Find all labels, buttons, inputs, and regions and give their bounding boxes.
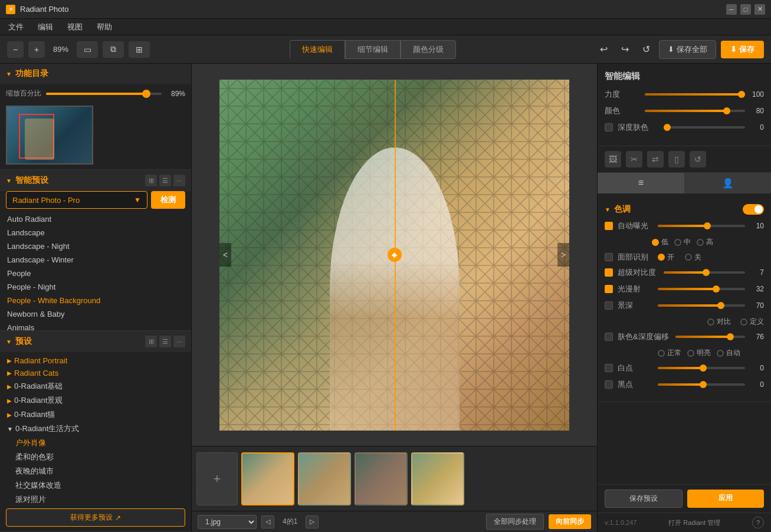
deep-skin-checkbox[interactable]: [605, 123, 613, 132]
close-btn[interactable]: ✕: [754, 4, 765, 15]
preset-item-people-night[interactable]: People - Night: [6, 280, 185, 294]
deep-skin-slider-thumb[interactable]: [664, 124, 671, 131]
face-on-option[interactable]: 开: [658, 252, 674, 262]
split-handle[interactable]: ◆: [388, 248, 402, 262]
deep-skin-slider[interactable]: [664, 126, 745, 129]
color-slider-thumb[interactable]: [723, 107, 730, 114]
skin-shift-thumb[interactable]: [727, 333, 734, 340]
canvas-nav-left[interactable]: <: [219, 243, 231, 267]
color-slider[interactable]: [645, 110, 745, 112]
maximize-btn[interactable]: □: [740, 4, 751, 15]
filmstrip-add-btn[interactable]: +: [196, 452, 238, 505]
mask-tool-btn[interactable]: ▯: [668, 151, 685, 168]
prev-page-btn[interactable]: ◁: [261, 515, 274, 528]
filmstrip-thumb-4[interactable]: [411, 452, 464, 505]
preset-item-landscape-winter[interactable]: Landscape - Winter: [6, 253, 185, 267]
presets-grid-btn[interactable]: ⊞: [145, 336, 157, 347]
radiant-manage-link[interactable]: 打开 Radiant 管理: [668, 518, 720, 527]
filmstrip-thumb-3[interactable]: [355, 452, 408, 505]
face-checkbox[interactable]: [605, 253, 613, 261]
exposure-low-option[interactable]: 低: [652, 237, 668, 247]
grid-view-btn[interactable]: ⊞: [145, 175, 157, 186]
batch-process-btn[interactable]: 全部同步处理: [486, 514, 544, 530]
tab-quick-edit[interactable]: 快速编辑: [290, 40, 345, 59]
preset-lib-cats[interactable]: ▶ 0-Radiant猫: [6, 408, 185, 422]
save-preset-btn[interactable]: 保存预设: [605, 490, 683, 508]
sync-forward-btn[interactable]: 向前同步: [549, 514, 591, 529]
preset-lib-night-city[interactable]: 夜晚的城市: [6, 464, 185, 478]
zoom-out-btn[interactable]: −: [7, 41, 24, 58]
next-page-btn[interactable]: ▷: [306, 515, 319, 528]
minimize-btn[interactable]: ─: [726, 4, 737, 15]
get-more-presets-btn[interactable]: 获得更多预设 ↗: [6, 508, 185, 527]
canvas-nav-right[interactable]: >: [557, 243, 569, 267]
force-slider[interactable]: [645, 93, 745, 96]
tab-color-grade[interactable]: 颜色分级: [401, 40, 456, 59]
preset-item-landscape-night[interactable]: Landscape - Night: [6, 239, 185, 253]
fit-btn[interactable]: ▭: [77, 41, 98, 58]
tab-detail-edit[interactable]: 细节编辑: [345, 40, 401, 59]
menu-help[interactable]: 帮助: [94, 21, 114, 34]
flip-tool-btn[interactable]: ⇄: [647, 151, 664, 168]
black-point-thumb[interactable]: [700, 381, 707, 388]
auto-exposure-slider[interactable]: [658, 225, 745, 227]
exposure-mid-option[interactable]: 中: [674, 237, 691, 247]
skin-shift-slider[interactable]: [675, 336, 745, 338]
preset-item-auto-radiant[interactable]: Auto Radiant: [6, 212, 185, 226]
save-all-button[interactable]: ⬇ 保存全部: [659, 40, 716, 59]
super-contrast-slider[interactable]: [664, 271, 745, 274]
preset-lib-landscape[interactable]: ▶ 0-Radiant景观: [6, 393, 185, 408]
rotate-tool-btn[interactable]: ↺: [690, 151, 706, 168]
preset-lib-soft-color[interactable]: 柔和的色彩: [6, 450, 185, 464]
dof-checkbox[interactable]: [605, 301, 613, 310]
light-diffusion-slider[interactable]: [658, 288, 745, 290]
exposure-high-option[interactable]: 高: [697, 237, 713, 247]
crop-tool-btn[interactable]: ✂: [626, 151, 642, 168]
list-view-btn[interactable]: ☰: [159, 175, 171, 186]
force-slider-thumb[interactable]: [738, 91, 745, 98]
split-btn[interactable]: ⊞: [129, 41, 150, 58]
normal-option[interactable]: 正常: [658, 348, 681, 358]
help-btn[interactable]: ?: [752, 517, 764, 528]
function-directory-header[interactable]: ▼ 功能目录: [0, 64, 191, 84]
presets-list-btn[interactable]: ☰: [159, 336, 171, 347]
preset-lib-lifestyle[interactable]: ▼ 0-Radiant生活方式: [6, 422, 185, 436]
auto-exposure-thumb[interactable]: [704, 222, 711, 229]
preset-dropdown[interactable]: Radiant Photo - Pro ▼: [6, 191, 147, 209]
filmstrip-thumb-2[interactable]: [298, 452, 351, 505]
apply-btn[interactable]: 应用: [687, 490, 764, 508]
zoom-slider-thumb[interactable]: [142, 90, 150, 98]
redo-btn[interactable]: ↪: [616, 41, 633, 58]
preset-lib-social[interactable]: 社交媒体改造: [6, 478, 185, 492]
skin-shift-checkbox[interactable]: [605, 333, 613, 341]
define-option[interactable]: 定义: [740, 317, 764, 327]
preset-item-people-white-bg[interactable]: People - White Background: [6, 294, 185, 307]
compare-option[interactable]: 对比: [707, 317, 731, 327]
undo-btn[interactable]: ↩: [595, 41, 612, 58]
preset-item-newborn[interactable]: Newborn & Baby: [6, 307, 185, 321]
preset-lib-basic[interactable]: ▶ 0-Radiant基础: [6, 379, 185, 393]
filmstrip-thumb-1[interactable]: [241, 452, 294, 505]
preset-item-landscape[interactable]: Landscape: [6, 226, 185, 239]
dof-slider[interactable]: [658, 304, 745, 307]
face-off-option[interactable]: 关: [685, 252, 701, 262]
auto-exposure-checkbox[interactable]: [605, 222, 613, 230]
detect-button[interactable]: 检测: [151, 191, 185, 209]
zoom-slider[interactable]: [46, 93, 162, 95]
black-point-slider[interactable]: [658, 383, 745, 386]
auto-option[interactable]: 自动: [717, 348, 740, 358]
refresh-btn[interactable]: ↺: [638, 41, 654, 58]
white-point-slider[interactable]: [658, 367, 745, 369]
tab-portrait[interactable]: 👤: [684, 173, 771, 193]
preset-item-people[interactable]: People: [6, 267, 185, 280]
black-point-checkbox[interactable]: [605, 380, 613, 389]
bright-option[interactable]: 明亮: [687, 348, 711, 358]
more-btn[interactable]: ···: [173, 175, 185, 186]
compare-btn[interactable]: ⧉: [103, 41, 124, 58]
preset-lib-party[interactable]: 派对照片: [6, 492, 185, 505]
tab-sliders[interactable]: ≡: [598, 173, 684, 193]
white-point-checkbox[interactable]: [605, 364, 613, 372]
preset-lib-outdoor-portrait[interactable]: 户外肖像: [6, 436, 185, 450]
dof-thumb[interactable]: [717, 302, 724, 309]
save-button[interactable]: ⬇ 保存: [721, 41, 764, 58]
